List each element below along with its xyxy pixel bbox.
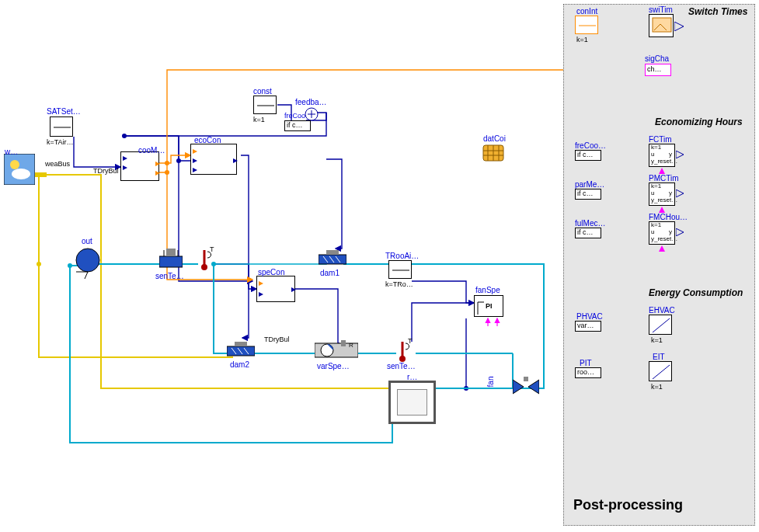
svg-rect-25 — [159, 256, 183, 267]
satset-label: SATSet… — [47, 107, 81, 116]
ecocon-block[interactable] — [190, 144, 237, 175]
t2-label: T — [408, 337, 413, 345]
svg-marker-34 — [259, 281, 263, 286]
const-block[interactable] — [253, 96, 277, 114]
constant-icon — [389, 261, 413, 280]
controller-icon — [257, 276, 296, 303]
out-port-icon — [674, 22, 685, 31]
svg-rect-26 — [166, 249, 176, 256]
svg-marker-17 — [193, 158, 197, 163]
svg-point-6 — [165, 170, 169, 175]
phvac-label: PHVAC — [576, 312, 603, 321]
fctim-l2: u — [651, 151, 654, 158]
parme-inner: if c… — [577, 190, 594, 197]
dam1-label: dam1 — [320, 269, 339, 277]
frecoo2-block[interactable]: if c… — [575, 150, 601, 161]
satset-block[interactable] — [50, 116, 73, 137]
econ-hours-title: Economizing Hours — [655, 116, 743, 127]
frecoo-inner: if c… — [287, 121, 303, 129]
fmchou-block[interactable]: k=1 u y y_reset… — [649, 221, 675, 245]
sigcha-block[interactable]: ch… — [645, 64, 671, 76]
reset-port-icon — [659, 207, 665, 213]
frecoo-block[interactable]: if c… — [284, 120, 311, 131]
feedba-label: feedba… — [295, 98, 327, 106]
svg-marker-12 — [123, 156, 127, 161]
ehvac-block[interactable] — [649, 315, 672, 335]
specon-block[interactable] — [256, 276, 295, 302]
fulmec-block[interactable]: if c… — [575, 228, 601, 238]
switch-times-title: Switch Times — [688, 6, 747, 17]
frecoo2-inner: if c… — [577, 151, 594, 158]
pit-block[interactable]: roo… — [575, 367, 601, 378]
svg-marker-15 — [155, 171, 160, 176]
coom-label: cooM… — [138, 146, 165, 155]
constant-icon — [576, 16, 599, 35]
svg-point-5 — [165, 161, 169, 165]
eit-label: EIT — [653, 353, 665, 361]
trooai-label: TRooAi… — [385, 252, 419, 260]
varspe-block[interactable]: R — [315, 340, 358, 360]
svg-marker-13 — [123, 165, 127, 170]
fanspe-block[interactable]: PI — [474, 295, 503, 317]
pmctim-block[interactable]: k=1 u y y_reset… — [649, 183, 675, 206]
constant-icon — [254, 96, 277, 115]
ecocon-label: ecoCon — [194, 136, 221, 144]
fan-block[interactable] — [513, 377, 539, 397]
room-label: r… — [407, 373, 417, 381]
conint-block[interactable] — [575, 16, 598, 34]
out-block[interactable] — [74, 245, 105, 280]
energy-title: Energy Consumption — [649, 287, 743, 298]
out-port-icon — [676, 228, 685, 236]
satset-param: k=TAir… — [47, 138, 74, 146]
pmctim-l2: u — [651, 190, 654, 196]
pmctim-l3: y_reset… — [651, 196, 677, 203]
coom-block[interactable] — [120, 151, 159, 181]
svg-marker-62 — [659, 168, 665, 174]
dam1-block[interactable] — [319, 250, 346, 267]
switch-icon — [649, 15, 674, 38]
svg-marker-65 — [676, 228, 684, 236]
svg-point-7 — [68, 263, 72, 268]
svg-marker-63 — [676, 190, 684, 197]
svg-marker-14 — [155, 162, 160, 166]
fctim-y: y — [669, 151, 672, 158]
room-block[interactable] — [388, 381, 436, 424]
weather-block[interactable] — [4, 154, 35, 185]
eit-block[interactable] — [649, 361, 672, 381]
parme-block[interactable]: if c… — [575, 189, 601, 200]
fctim-block[interactable]: k=1 u y y_reset… — [649, 144, 675, 167]
tdrybul2-label: TDryBul — [264, 336, 290, 343]
datcoi-block[interactable] — [482, 144, 505, 162]
svg-marker-16 — [193, 149, 197, 154]
switim-block[interactable] — [649, 14, 674, 37]
const-param: k=1 — [253, 116, 265, 123]
svg-marker-50 — [528, 380, 539, 394]
svg-marker-19 — [233, 158, 238, 163]
reset-port-icon — [659, 168, 665, 174]
svg-rect-29 — [319, 255, 346, 264]
frecoo-label: freCoo — [284, 112, 305, 120]
pit-label: PIT — [580, 359, 592, 367]
svg-line-68 — [653, 365, 670, 379]
ehvac-param: k=1 — [651, 336, 663, 344]
svg-marker-35 — [259, 292, 263, 297]
svg-text:R: R — [349, 342, 353, 349]
fctim-l3: y_reset… — [651, 158, 677, 165]
svg-point-28 — [201, 264, 207, 270]
trooai-param: k=TRo… — [385, 280, 413, 288]
tdrybul-label: TDryBul — [93, 167, 119, 175]
mixing-block[interactable] — [159, 249, 183, 272]
svg-marker-61 — [676, 151, 684, 158]
feedback-node[interactable] — [305, 107, 319, 121]
dam2-block[interactable] — [227, 342, 255, 359]
out-port-icon — [676, 151, 685, 158]
eit-param: k=1 — [651, 383, 663, 391]
dam2-label: dam2 — [230, 360, 249, 369]
svg-point-9 — [10, 160, 19, 169]
trooai-block[interactable] — [388, 260, 412, 279]
sente1-label: senTe… — [155, 272, 184, 280]
t1-label: T — [210, 245, 214, 253]
fmchou-l3: y_reset… — [651, 235, 677, 242]
svg-point-47 — [399, 356, 406, 362]
phvac-block[interactable]: var… — [575, 321, 601, 332]
